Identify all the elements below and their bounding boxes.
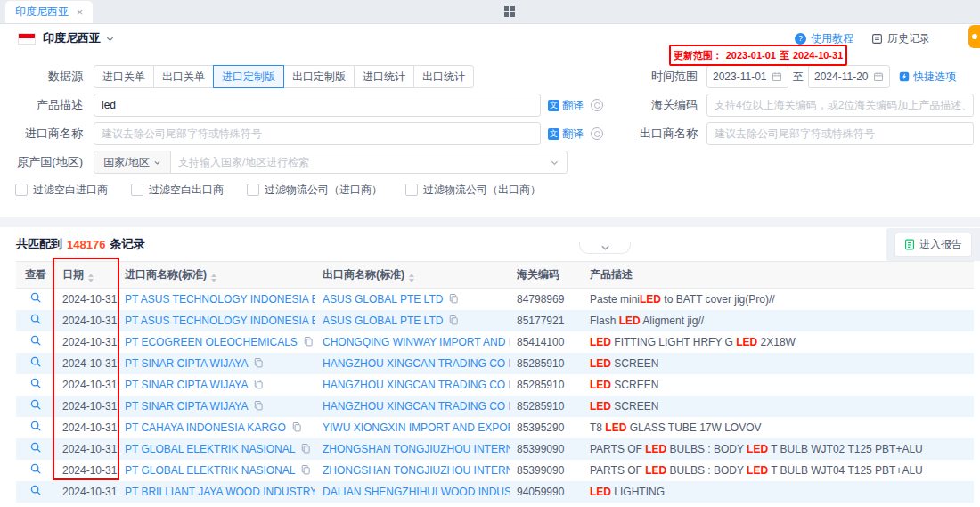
quick-options-icon bbox=[899, 71, 910, 82]
exporter-link[interactable]: CHONGQING WINWAY IMPORT AND E... bbox=[323, 336, 510, 348]
tab-import-custom[interactable]: 进口定制版 bbox=[213, 65, 284, 88]
tab-indonesia[interactable]: 印度尼西亚 × bbox=[5, 1, 93, 23]
exporter-link[interactable]: HANGZHOU XINGCAN TRADING CO LTD bbox=[323, 357, 510, 370]
copy-icon[interactable] bbox=[291, 421, 302, 432]
filter-checkboxes: 过滤空白进口商 过滤空白出口商 过滤物流公司（进口商） 过滤物流公司（出口商） bbox=[0, 181, 980, 199]
view-icon[interactable] bbox=[29, 313, 42, 325]
exporter-link[interactable]: HANGZHOU XINGCAN TRADING CO LTD bbox=[323, 379, 510, 391]
product-desc-input[interactable] bbox=[94, 94, 541, 117]
hs-code-input[interactable] bbox=[706, 94, 974, 117]
view-icon[interactable] bbox=[29, 398, 42, 411]
date-range-separator: 至 bbox=[793, 70, 804, 85]
table-row: 2024-10-31PT ASUS TECHNOLOGY INDONESIA B… bbox=[16, 289, 974, 310]
checkbox-icon[interactable] bbox=[131, 184, 143, 196]
tab-label: 印度尼西亚 bbox=[15, 4, 69, 20]
filter-logistics-exporter[interactable]: 过滤物流公司（出口商） bbox=[405, 183, 541, 198]
origin-type-select[interactable]: 国家/地区 bbox=[94, 151, 171, 173]
filter-label: 过滤物流公司（出口商） bbox=[423, 183, 541, 198]
importer-link[interactable]: PT SINAR CIPTA WIJAYA bbox=[125, 400, 248, 413]
row-product-desc: Flash LED Aligment jig// bbox=[583, 310, 974, 331]
importer-link[interactable]: PT ECOGREEN OLEOCHEMICALS bbox=[125, 336, 298, 348]
exporter-link[interactable]: ZHONGSHAN TONGJIUZHOU INTERNA... bbox=[323, 464, 510, 477]
start-date-picker[interactable]: 2023-11-01 bbox=[706, 65, 788, 88]
tab-close-icon[interactable]: × bbox=[77, 6, 83, 19]
copy-icon[interactable] bbox=[448, 315, 459, 325]
translate-button[interactable]: 翻译 bbox=[548, 98, 584, 113]
translate-label: 翻译 bbox=[562, 127, 584, 142]
exporter-name-input[interactable] bbox=[706, 122, 974, 145]
row-product-desc: Paste miniLED to BATT cover jig(Pro)// bbox=[583, 289, 974, 310]
copy-icon[interactable] bbox=[253, 357, 264, 368]
chevron-down-icon bbox=[600, 244, 610, 251]
view-icon[interactable] bbox=[29, 462, 42, 475]
exporter-link[interactable]: ASUS GLOBAL PTE LTD bbox=[323, 315, 443, 327]
origin-search-input[interactable] bbox=[171, 151, 550, 173]
copy-icon[interactable] bbox=[300, 464, 311, 475]
update-range-label: 更新范围： bbox=[674, 49, 723, 62]
quick-options-link[interactable]: 快捷选项 bbox=[899, 70, 956, 85]
checkbox-icon[interactable] bbox=[247, 184, 259, 196]
copy-icon[interactable] bbox=[300, 443, 311, 454]
match-mode-icon[interactable] bbox=[591, 127, 603, 140]
importer-link[interactable]: PT SINAR CIPTA WIJAYA bbox=[125, 357, 248, 370]
calendar-icon bbox=[873, 71, 884, 82]
exporter-link[interactable]: DALIAN SHENGZHIHUI WOOD INDUST... bbox=[323, 486, 510, 498]
chevron-down-icon[interactable] bbox=[550, 158, 567, 168]
time-range-label: 时间范围 bbox=[637, 69, 706, 85]
view-icon[interactable] bbox=[29, 377, 42, 389]
row-date: 2024-10-31 bbox=[55, 374, 118, 396]
filter-blank-importer[interactable]: 过滤空白进口商 bbox=[15, 183, 108, 198]
collapse-form-handle[interactable] bbox=[579, 242, 631, 254]
history-button[interactable]: 历史记录 bbox=[871, 31, 930, 46]
tutorial-button[interactable]: 使用教程 bbox=[795, 31, 853, 46]
copy-icon[interactable] bbox=[253, 400, 264, 411]
view-icon[interactable] bbox=[29, 356, 42, 368]
copy-icon[interactable] bbox=[253, 379, 264, 389]
exporter-link[interactable]: YIWU XIONGXIN IMPORT AND EXPORT... bbox=[323, 421, 510, 434]
end-date-picker[interactable]: 2024-11-20 bbox=[808, 65, 890, 88]
update-range-separator: 至 bbox=[780, 49, 789, 62]
importer-link[interactable]: PT GLOBAL ELEKTRIK NASIONAL bbox=[125, 464, 295, 477]
view-icon[interactable] bbox=[29, 484, 42, 496]
exporter-link[interactable]: HANGZHOU XINGCAN TRADING CO LTD bbox=[323, 400, 510, 413]
tab-import-bills[interactable]: 进口关单 bbox=[94, 65, 154, 88]
tab-export-stats[interactable]: 出口统计 bbox=[413, 65, 474, 88]
importer-link[interactable]: PT BRILLIANT JAYA WOOD INDUSTRY bbox=[125, 486, 315, 498]
tab-export-bills[interactable]: 出口关单 bbox=[153, 65, 214, 88]
importer-name-input[interactable] bbox=[94, 122, 541, 145]
copy-icon[interactable] bbox=[448, 293, 459, 304]
importer-link[interactable]: PT SINAR CIPTA WIJAYA bbox=[125, 379, 248, 391]
exporter-link[interactable]: ZHONGSHAN TONGJIUZHOU INTERNA... bbox=[323, 443, 510, 455]
origin-type-label: 国家/地区 bbox=[103, 155, 149, 170]
sort-date-icon[interactable] bbox=[88, 274, 94, 282]
filter-logistics-importer[interactable]: 过滤物流公司（进口商） bbox=[247, 183, 382, 198]
view-icon[interactable] bbox=[29, 441, 42, 454]
row-product-desc: LED LIGHTING bbox=[583, 481, 974, 503]
checkbox-icon[interactable] bbox=[15, 184, 28, 196]
importer-link[interactable]: PT GLOBAL ELEKTRIK NASIONAL bbox=[125, 443, 295, 455]
importer-link[interactable]: PT ASUS TECHNOLOGY INDONESIA BA... bbox=[125, 315, 315, 327]
copy-icon[interactable] bbox=[303, 336, 314, 347]
row-product-desc: LED SCREEN bbox=[583, 396, 974, 417]
view-icon[interactable] bbox=[29, 420, 42, 432]
floating-widget[interactable] bbox=[968, 25, 980, 48]
sort-exporter-icon[interactable] bbox=[409, 274, 414, 282]
country-name[interactable]: 印度尼西亚 bbox=[43, 30, 101, 46]
chevron-down-icon[interactable] bbox=[105, 34, 115, 44]
importer-link[interactable]: PT CAHAYA INDONESIA KARGO bbox=[125, 421, 286, 434]
tab-import-stats[interactable]: 进口统计 bbox=[354, 65, 414, 88]
tab-export-custom[interactable]: 出口定制版 bbox=[283, 65, 355, 88]
enter-report-button[interactable]: 进入报告 bbox=[894, 233, 972, 257]
exporter-link[interactable]: ASUS GLOBAL PTE LTD bbox=[323, 293, 443, 306]
view-icon[interactable] bbox=[29, 291, 42, 304]
match-mode-icon[interactable] bbox=[591, 99, 603, 111]
layout-grid-icon[interactable] bbox=[504, 6, 515, 17]
sort-importer-icon[interactable] bbox=[211, 274, 216, 282]
column-product-desc: 产品描述 bbox=[590, 268, 633, 281]
view-icon[interactable] bbox=[29, 334, 42, 347]
checkbox-icon[interactable] bbox=[405, 184, 418, 196]
importer-link[interactable]: PT ASUS TECHNOLOGY INDONESIA BA... bbox=[125, 293, 315, 306]
filter-blank-exporter[interactable]: 过滤空白出口商 bbox=[131, 183, 224, 198]
datasource-label: 数据源 bbox=[15, 69, 94, 85]
translate-button[interactable]: 翻译 bbox=[548, 127, 584, 142]
